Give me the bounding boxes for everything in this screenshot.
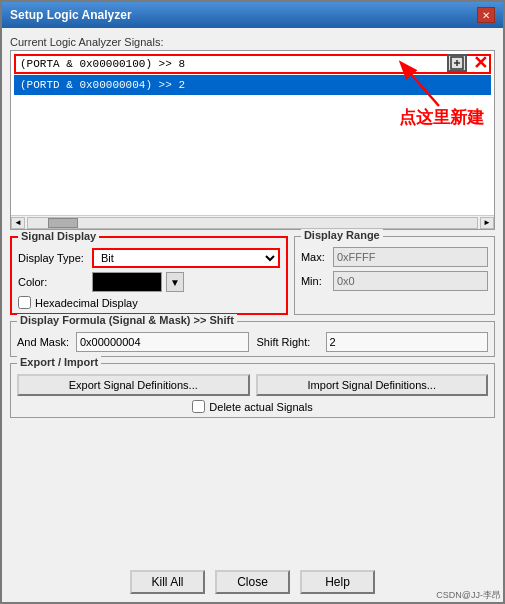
window-title: Setup Logic Analyzer xyxy=(10,8,132,22)
shift-right-input[interactable] xyxy=(326,332,489,352)
signal-item[interactable]: (PORTA & 0x00000100) >> 8 xyxy=(14,54,491,74)
export-import-group: Export / Import Export Signal Definition… xyxy=(10,363,495,418)
middle-panels: Signal Display Display Type: Bit Color: xyxy=(10,236,495,315)
hex-display-row: Hexadecimal Display xyxy=(18,296,280,309)
delete-signal-icon[interactable]: ✕ xyxy=(470,54,490,72)
signal-display-content: Display Type: Bit Color: ▼ xyxy=(18,248,280,309)
new-signal-icon[interactable] xyxy=(447,54,467,72)
horizontal-scrollbar[interactable]: ◄ ► xyxy=(11,215,494,229)
close-button-main[interactable]: Close xyxy=(215,570,290,594)
signals-section: Current Logic Analyzer Signals: ✕ xyxy=(10,36,495,230)
hex-display-checkbox[interactable] xyxy=(18,296,31,309)
formula-title: Display Formula (Signal & Mask) >> Shift xyxy=(17,314,237,326)
min-row: Min: xyxy=(301,271,488,291)
signals-toolbar: ✕ xyxy=(447,54,490,72)
signals-list: (PORTA & 0x00000100) >> 8 (PORTD & 0x000… xyxy=(11,51,494,215)
import-signal-btn[interactable]: Import Signal Definitions... xyxy=(256,374,489,396)
main-window: Setup Logic Analyzer ✕ Current Logic Ana… xyxy=(0,0,505,604)
watermark: CSDN@JJ-李昂 xyxy=(436,589,501,602)
kill-all-button[interactable]: Kill All xyxy=(130,570,205,594)
max-label: Max: xyxy=(301,251,329,263)
new-icon-svg xyxy=(450,56,464,70)
display-type-row: Display Type: Bit xyxy=(18,248,280,268)
color-picker-box[interactable] xyxy=(92,272,162,292)
color-label: Color: xyxy=(18,276,88,288)
signal-display-group: Signal Display Display Type: Bit Color: xyxy=(10,236,288,315)
scroll-track[interactable] xyxy=(27,217,478,229)
signal-item[interactable]: (PORTD & 0x00000004) >> 2 xyxy=(14,75,491,95)
min-label: Min: xyxy=(301,275,329,287)
signals-panel: ✕ (PORTA & 0x00000100) >> 8 (PORTD & 0x0… xyxy=(10,50,495,230)
max-row: Max: xyxy=(301,247,488,267)
delete-signals-label: Delete actual Signals xyxy=(209,401,312,413)
export-buttons-row: Export Signal Definitions... Import Sign… xyxy=(17,374,488,396)
title-bar-controls: ✕ xyxy=(477,7,495,23)
shift-right-half: Shift Right: xyxy=(257,332,489,352)
delete-signals-checkbox[interactable] xyxy=(192,400,205,413)
delete-signals-row: Delete actual Signals xyxy=(17,400,488,413)
max-input[interactable] xyxy=(333,247,488,267)
scroll-left-btn[interactable]: ◄ xyxy=(11,217,25,229)
shift-right-label: Shift Right: xyxy=(257,336,322,348)
display-range-group: Display Range Max: Min: xyxy=(294,236,495,315)
main-content: Current Logic Analyzer Signals: ✕ xyxy=(2,28,503,566)
signals-label: Current Logic Analyzer Signals: xyxy=(10,36,495,48)
display-range-content: Max: Min: xyxy=(301,247,488,291)
color-picker-btn[interactable]: ▼ xyxy=(166,272,184,292)
scroll-right-btn[interactable]: ► xyxy=(480,217,494,229)
min-input[interactable] xyxy=(333,271,488,291)
formula-group: Display Formula (Signal & Mask) >> Shift… xyxy=(10,321,495,357)
and-mask-label: And Mask: xyxy=(17,336,72,348)
export-import-title: Export / Import xyxy=(17,356,101,368)
title-bar: Setup Logic Analyzer ✕ xyxy=(2,2,503,28)
display-type-label: Display Type: xyxy=(18,252,88,264)
and-mask-input[interactable] xyxy=(76,332,249,352)
close-button[interactable]: ✕ xyxy=(477,7,495,23)
hex-display-label: Hexadecimal Display xyxy=(35,297,138,309)
color-row: Color: ▼ xyxy=(18,272,280,292)
display-type-select[interactable]: Bit xyxy=(92,248,280,268)
display-range-title: Display Range xyxy=(301,229,383,241)
scroll-thumb[interactable] xyxy=(48,218,78,228)
bottom-buttons: Kill All Close Help xyxy=(2,566,503,602)
and-mask-half: And Mask: xyxy=(17,332,249,352)
display-type-select-wrapper: Bit xyxy=(92,248,280,268)
export-signal-btn[interactable]: Export Signal Definitions... xyxy=(17,374,250,396)
formula-row: And Mask: Shift Right: xyxy=(17,332,488,352)
signal-display-title: Signal Display xyxy=(18,230,99,242)
help-button[interactable]: Help xyxy=(300,570,375,594)
delete-checkbox-row: Delete actual Signals xyxy=(192,400,312,413)
